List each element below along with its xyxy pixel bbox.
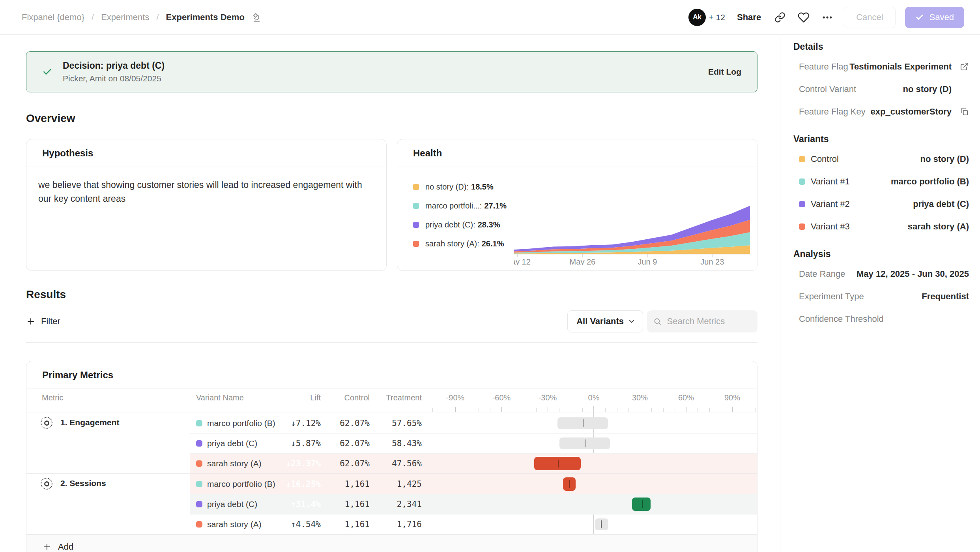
analysis-section: Analysis Date RangeMay 12, 2025 - Jun 30… [793, 249, 969, 330]
axis-tick [467, 408, 467, 412]
detail-label: Control Variant [799, 84, 856, 94]
search-metrics-input[interactable] [666, 316, 751, 327]
confidence-interval-cell [427, 514, 757, 534]
detail-value: no story (D) [903, 84, 952, 94]
axis-tick [640, 407, 640, 412]
control-cell: 1,161 [327, 514, 375, 534]
detail-label: Feature Flag Key [799, 107, 866, 117]
cancel-button[interactable]: Cancel [844, 7, 895, 28]
treatment-cell: 2,341 [375, 494, 427, 514]
lift-cell: ↑4.54% [277, 514, 327, 534]
lift-value: ↓23.37% [286, 459, 321, 468]
breadcrumb-experiments[interactable]: Experiments [101, 12, 149, 23]
treatment-cell: 1,425 [375, 474, 427, 494]
axis-tick [455, 407, 456, 412]
analysis-heading: Analysis [793, 249, 969, 259]
legend-label: marco portfoli...: [425, 201, 482, 210]
lift-cell: ↓23.37% [277, 453, 327, 473]
copy-icon[interactable] [952, 107, 969, 116]
col-treatment: Treatment [375, 393, 427, 402]
add-metric-button[interactable]: Add [26, 534, 757, 552]
treatment-cell: 58.43% [375, 433, 427, 453]
decision-banner: Decision: priya debt (C) Picker, Amit on… [26, 51, 757, 92]
saved-button[interactable]: Saved [905, 7, 964, 28]
axis-tick [432, 408, 433, 412]
axis-tick [501, 407, 502, 412]
axis-tick [525, 408, 525, 412]
legend-label: priya debt (C): [425, 220, 475, 229]
svg-text:May 12: May 12 [514, 257, 531, 265]
legend-color-chip [413, 184, 419, 190]
detail-row: Control Variantno story (D) [793, 78, 969, 100]
more-options-icon[interactable] [820, 10, 834, 24]
variant-row: Variant #1marco portfolio (B) [793, 170, 969, 193]
decision-meta: Picker, Amit on 08/05/2025 [63, 74, 165, 83]
axis-tick [744, 408, 744, 412]
avatar[interactable]: Ak [688, 9, 706, 26]
col-lift: Lift [277, 393, 327, 402]
variant-value: sarah story (A) [908, 222, 969, 232]
legend-value: 27.1% [484, 201, 507, 210]
variant-value: no story (D) [920, 154, 969, 164]
control-cell: 1,161 [327, 494, 375, 514]
metric-name: 2. Sessions [60, 478, 106, 489]
detail-value: Testimonials Experiment [849, 62, 952, 72]
lift-cell: ↓16.25% [277, 474, 327, 494]
detail-label: Feature Flag [799, 62, 848, 72]
axis-tick [617, 408, 617, 412]
variant-color-chip [799, 178, 805, 185]
analysis-row: Experiment TypeFrequentist [793, 285, 969, 308]
axis-tick-label: -30% [539, 393, 557, 402]
legend-value: 18.5% [471, 182, 494, 192]
ci-mean-marker [569, 480, 570, 488]
axis-tick [513, 408, 513, 412]
ci-mean-marker [642, 500, 643, 508]
add-filter-button[interactable]: Filter [26, 316, 60, 327]
variant-cell: sarah story (A) [190, 514, 277, 534]
search-metrics[interactable] [647, 310, 757, 332]
variant-filter-value: All Variants [576, 316, 624, 327]
table-body: 1. Engagementmarco portfolio (B)↓7.12%62… [26, 413, 757, 534]
external-link-icon[interactable] [952, 62, 969, 71]
ci-mean-marker [585, 439, 585, 447]
analysis-label: Confidence Threshold [799, 314, 884, 324]
axis-tick [628, 408, 629, 412]
variants-section: Variants Controlno story (D)Variant #1ma… [793, 134, 969, 238]
legend-color-chip [413, 222, 419, 228]
metric-name: 1. Engagement [60, 417, 119, 428]
lift-value: ↓7.12% [291, 419, 321, 428]
edit-log-link[interactable]: Edit Log [708, 67, 741, 77]
ci-mean-marker [601, 520, 602, 528]
axis-tick [698, 408, 698, 412]
axis-tick [721, 408, 721, 412]
col-metric: Metric [26, 393, 190, 402]
variant-value: priya debt (C) [913, 199, 969, 209]
ci-bar [595, 518, 609, 530]
confidence-interval-cell [427, 413, 757, 433]
divider [26, 342, 757, 343]
saved-button-label: Saved [930, 12, 954, 23]
breadcrumb-project[interactable]: Fixpanel {demo} [22, 12, 84, 23]
add-metric-label: Add [58, 542, 73, 552]
axis-tick-label: 60% [678, 393, 694, 402]
share-button[interactable]: Share [735, 12, 763, 23]
variant-row: Variant #3sarah story (A) [793, 215, 969, 238]
axis-tick [709, 408, 710, 412]
confidence-interval-cell [427, 494, 757, 514]
axis-tick [675, 408, 675, 412]
detail-value: exp_customerStory [871, 107, 952, 117]
col-control: Control [327, 393, 375, 402]
favorite-icon[interactable] [797, 10, 811, 24]
metric-cell[interactable]: 1. Engagement [26, 413, 190, 473]
control-cell: 1,161 [327, 474, 375, 494]
variant-color-chip [196, 420, 202, 426]
axis-tick [490, 408, 490, 412]
collaborators[interactable]: Ak + 12 [688, 9, 725, 26]
primary-metrics-title: Primary Metrics [26, 361, 757, 389]
analysis-label: Experiment Type [799, 291, 864, 302]
variant-filter-dropdown[interactable]: All Variants [567, 310, 643, 332]
control-cell: 62.07% [327, 453, 375, 473]
copy-link-icon[interactable] [773, 10, 787, 24]
svg-text:Jun 23: Jun 23 [700, 257, 724, 265]
metric-cell[interactable]: 2. Sessions [26, 474, 190, 534]
